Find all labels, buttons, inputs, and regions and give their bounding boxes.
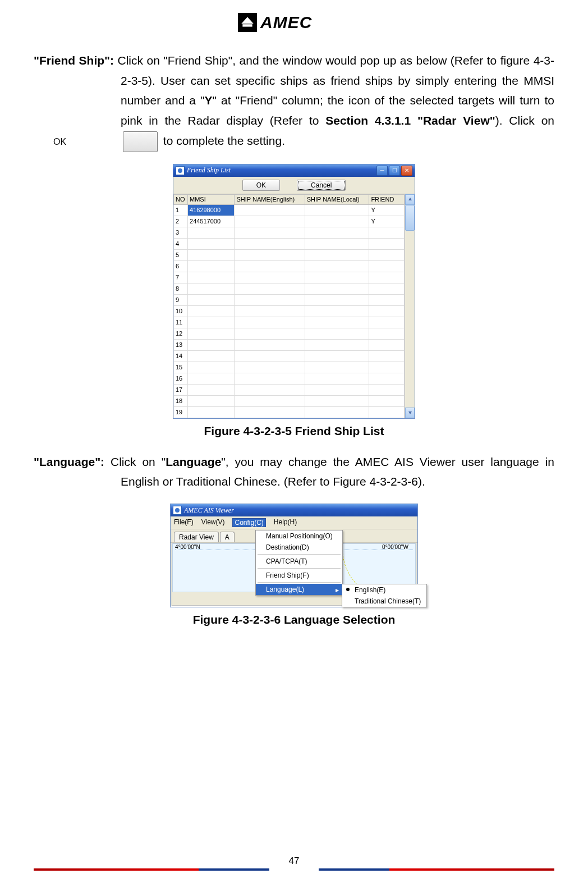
table-cell[interactable] <box>188 260 235 272</box>
table-cell[interactable] <box>369 272 405 283</box>
table-cell[interactable]: 6 <box>174 260 188 272</box>
table-cell[interactable] <box>369 283 405 294</box>
table-cell[interactable] <box>305 260 369 272</box>
table-cell[interactable] <box>188 249 235 260</box>
table-cell[interactable]: 13 <box>174 339 188 350</box>
tab-radar-view[interactable]: Radar View <box>174 532 219 542</box>
cancel-button[interactable]: Cancel <box>297 180 346 191</box>
titlebar[interactable]: Friend Ship List ─ ☐ ✕ <box>173 164 415 177</box>
table-cell[interactable] <box>305 305 369 317</box>
col-ship-name-english[interactable]: SHIP NAME(English) <box>235 194 305 204</box>
table-cell[interactable] <box>305 395 369 406</box>
table-cell[interactable] <box>369 249 405 260</box>
titlebar-2[interactable]: AMEC AIS Viewer <box>171 504 417 516</box>
table-cell[interactable] <box>305 227 369 238</box>
table-row[interactable]: 17 <box>174 384 405 395</box>
scroll-track[interactable] <box>405 205 415 408</box>
table-row[interactable]: 8 <box>174 283 405 294</box>
table-row[interactable]: 7 <box>174 272 405 283</box>
table-cell[interactable] <box>235 272 305 283</box>
submenu-traditional-chinese[interactable]: Traditional Chinese(T) <box>342 596 426 607</box>
table-cell[interactable] <box>369 406 405 418</box>
table-cell[interactable]: 16 <box>174 373 188 384</box>
table-cell[interactable] <box>235 362 305 373</box>
table-row[interactable]: 6 <box>174 260 405 272</box>
table-cell[interactable] <box>369 362 405 373</box>
table-row[interactable]: 10 <box>174 305 405 317</box>
table-cell[interactable] <box>369 373 405 384</box>
table-cell[interactable] <box>305 339 369 350</box>
table-row[interactable]: 14 <box>174 350 405 362</box>
table-cell[interactable] <box>188 373 235 384</box>
table-cell[interactable] <box>305 204 369 216</box>
table-row[interactable]: 5 <box>174 249 405 260</box>
table-cell[interactable]: 5 <box>174 249 188 260</box>
table-cell[interactable] <box>188 317 235 328</box>
table-cell[interactable] <box>235 328 305 339</box>
table-cell[interactable] <box>305 294 369 305</box>
menu-config[interactable]: Config(C) <box>232 518 265 527</box>
table-cell[interactable] <box>305 384 369 395</box>
table-cell[interactable]: 11 <box>174 317 188 328</box>
table-cell[interactable] <box>235 350 305 362</box>
table-cell[interactable]: 2 <box>174 216 188 227</box>
table-row[interactable]: 19 <box>174 406 405 418</box>
table-cell[interactable]: 3 <box>174 227 188 238</box>
table-cell[interactable] <box>188 395 235 406</box>
table-cell[interactable] <box>235 395 305 406</box>
table-cell[interactable] <box>235 317 305 328</box>
table-cell[interactable]: 7 <box>174 272 188 283</box>
table-cell[interactable] <box>305 317 369 328</box>
table-cell[interactable]: Y <box>369 216 405 227</box>
table-row[interactable]: 11 <box>174 317 405 328</box>
table-cell[interactable] <box>369 260 405 272</box>
table-cell[interactable] <box>369 294 405 305</box>
table-cell[interactable] <box>235 373 305 384</box>
table-cell[interactable] <box>305 406 369 418</box>
table-cell[interactable] <box>235 227 305 238</box>
table-cell[interactable] <box>235 294 305 305</box>
table-cell[interactable] <box>188 350 235 362</box>
table-cell[interactable] <box>188 294 235 305</box>
table-cell[interactable]: 15 <box>174 362 188 373</box>
table-row[interactable]: 9 <box>174 294 405 305</box>
scrollbar[interactable] <box>405 194 415 418</box>
table-cell[interactable]: 1 <box>174 204 188 216</box>
table-cell[interactable] <box>369 384 405 395</box>
table-cell[interactable] <box>235 216 305 227</box>
table-row[interactable]: 18 <box>174 395 405 406</box>
table-cell[interactable] <box>305 249 369 260</box>
table-cell[interactable] <box>188 362 235 373</box>
menu-file[interactable]: File(F) <box>174 518 194 527</box>
table-cell[interactable] <box>235 384 305 395</box>
scroll-up-icon[interactable] <box>405 194 415 205</box>
table-cell[interactable] <box>305 350 369 362</box>
table-cell[interactable] <box>188 305 235 317</box>
table-cell[interactable] <box>305 238 369 249</box>
table-cell[interactable] <box>188 406 235 418</box>
table-row[interactable]: 4 <box>174 238 405 249</box>
col-friend[interactable]: FRIEND <box>369 194 405 204</box>
table-cell[interactable]: 17 <box>174 384 188 395</box>
table-cell[interactable] <box>305 328 369 339</box>
close-icon[interactable]: ✕ <box>401 166 412 176</box>
table-cell[interactable] <box>188 238 235 249</box>
table-cell[interactable] <box>235 260 305 272</box>
table-cell[interactable] <box>235 238 305 249</box>
table-cell[interactable] <box>305 362 369 373</box>
ok-button[interactable]: OK <box>242 180 280 191</box>
col-ship-name-local[interactable]: SHIP NAME(Local) <box>305 194 369 204</box>
table-row[interactable]: 12 <box>174 328 405 339</box>
table-row[interactable]: 2244517000Y <box>174 216 405 227</box>
menu-view[interactable]: View(V) <box>201 518 225 527</box>
minimize-icon[interactable]: ─ <box>376 166 388 176</box>
table-cell[interactable] <box>235 406 305 418</box>
table-row[interactable]: 15 <box>174 362 405 373</box>
table-cell[interactable]: 12 <box>174 328 188 339</box>
table-cell[interactable] <box>305 283 369 294</box>
table-cell[interactable] <box>235 249 305 260</box>
table-row[interactable]: 1416298000Y <box>174 204 405 216</box>
table-cell[interactable]: 14 <box>174 350 188 362</box>
table-cell[interactable]: 19 <box>174 406 188 418</box>
table-cell[interactable] <box>369 328 405 339</box>
